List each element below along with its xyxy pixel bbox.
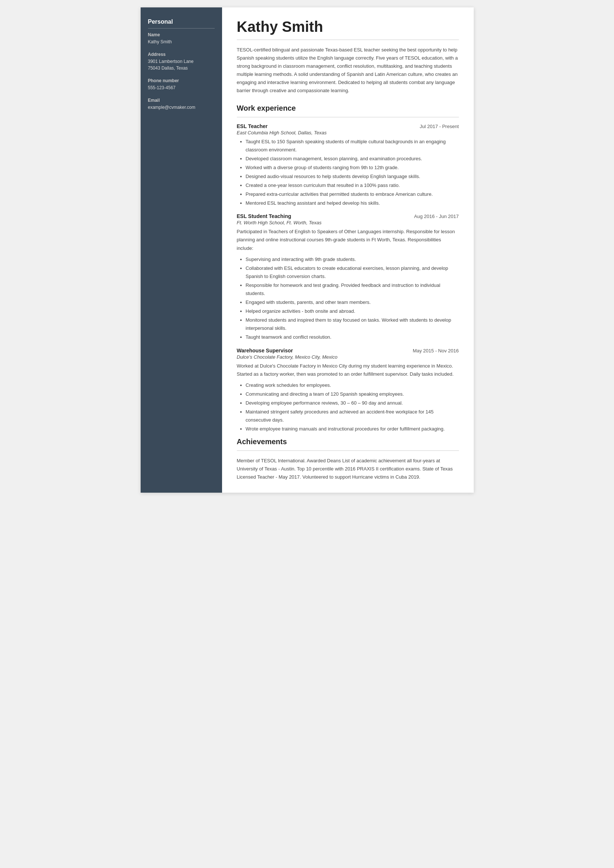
bullet: Designed audio-visual resources to help …	[246, 172, 459, 181]
bullet: Monitored students and inspired them to …	[246, 316, 459, 332]
achievements-divider	[237, 451, 459, 451]
name-divider	[237, 40, 459, 40]
bullet: Developing employee performance reviews,…	[246, 399, 459, 407]
sidebar-address-label: Address	[148, 52, 215, 57]
sidebar-address-value: 3901 Lambertson Lane75043 Dallas, Texas	[148, 58, 215, 71]
sidebar-item-phone: Phone number 555-123-4567	[148, 78, 215, 91]
bullet: Developed classroom management, lesson p…	[246, 155, 459, 163]
summary-text: TESOL-certified bilingual and passionate…	[237, 46, 459, 95]
bullet: Collaborated with ESL educators to creat…	[246, 264, 459, 281]
bullet: Maintained stringent safety procedures a…	[246, 408, 459, 424]
sidebar-item-name: Name Kathy Smith	[148, 32, 215, 45]
sidebar-phone-label: Phone number	[148, 78, 215, 83]
sidebar-name-value: Kathy Smith	[148, 39, 215, 45]
job-description-2: Participated in Teachers of English to S…	[237, 228, 459, 252]
sidebar-section-title: Personal	[148, 19, 215, 28]
sidebar-email-label: Email	[148, 98, 215, 103]
bullet: Engaged with students, parents, and othe…	[246, 298, 459, 307]
sidebar-item-address: Address 3901 Lambertson Lane75043 Dallas…	[148, 52, 215, 71]
job-bullets-1: Taught ESL to 150 Spanish speaking stude…	[237, 138, 459, 208]
bullet: Helped organize activities - both onsite…	[246, 307, 459, 315]
bullet: Supervising and interacting with 9th gra…	[246, 256, 459, 264]
sidebar-phone-value: 555-123-4567	[148, 84, 215, 91]
job-header-3: Warehouse Supervisor May 2015 - Nov 2016	[237, 347, 459, 353]
resume-container: Personal Name Kathy Smith Address 3901 L…	[141, 8, 474, 493]
job-dates-2: Aug 2016 - Jun 2017	[414, 214, 459, 219]
sidebar-email-value: example@cvmaker.com	[148, 104, 215, 111]
achievements-text: Member of TESOL International. Awarded D…	[237, 457, 459, 481]
bullet: Prepared extra-curricular activities tha…	[246, 190, 459, 198]
bullet: Creating work schedules for employees.	[246, 381, 459, 389]
job-company-3: Dulce's Chocolate Factory, Mexico City, …	[237, 354, 459, 360]
job-header-2: ESL Student Teaching Aug 2016 - Jun 2017	[237, 213, 459, 219]
job-dates-1: Jul 2017 - Present	[420, 124, 459, 129]
job-bullets-3: Creating work schedules for employees. C…	[237, 381, 459, 434]
bullet: Communicating and directing a team of 12…	[246, 390, 459, 398]
sidebar-item-email: Email example@cvmaker.com	[148, 98, 215, 111]
bullet: Taught teamwork and conflict resolution.	[246, 333, 459, 341]
resume-name: Kathy Smith	[237, 19, 459, 35]
work-divider	[237, 117, 459, 117]
work-experience-title: Work experience	[237, 104, 459, 113]
job-company-1: East Columbia High School, Dallas, Texas	[237, 130, 459, 135]
bullet: Worked with a diverse group of students …	[246, 164, 459, 172]
bullet: Created a one-year lesson curriculum tha…	[246, 181, 459, 189]
bullet: Responsible for homework and test gradin…	[246, 281, 459, 298]
job-dates-3: May 2015 - Nov 2016	[412, 348, 459, 353]
job-bullets-2: Supervising and interacting with 9th gra…	[237, 256, 459, 342]
job-esl-teacher: ESL Teacher Jul 2017 - Present East Colu…	[237, 123, 459, 208]
job-description-3: Worked at Dulce's Chocolate Factory in M…	[237, 362, 459, 378]
bullet: Wrote employee training manuals and inst…	[246, 425, 459, 433]
job-title-3: Warehouse Supervisor	[237, 347, 293, 353]
job-title-2: ESL Student Teaching	[237, 213, 291, 219]
bullet: Mentored ESL teaching assistant and help…	[246, 199, 459, 207]
job-header-1: ESL Teacher Jul 2017 - Present	[237, 123, 459, 129]
job-warehouse: Warehouse Supervisor May 2015 - Nov 2016…	[237, 347, 459, 434]
main-content: Kathy Smith TESOL-certified bilingual an…	[222, 8, 474, 493]
job-company-2: Ft. Worth High School, Ft. Worth, Texas	[237, 220, 459, 225]
achievements-title: Achievements	[237, 437, 459, 446]
job-esl-student: ESL Student Teaching Aug 2016 - Jun 2017…	[237, 213, 459, 341]
job-title-1: ESL Teacher	[237, 123, 268, 129]
sidebar-name-label: Name	[148, 32, 215, 37]
sidebar: Personal Name Kathy Smith Address 3901 L…	[141, 8, 222, 493]
bullet: Taught ESL to 150 Spanish speaking stude…	[246, 138, 459, 154]
